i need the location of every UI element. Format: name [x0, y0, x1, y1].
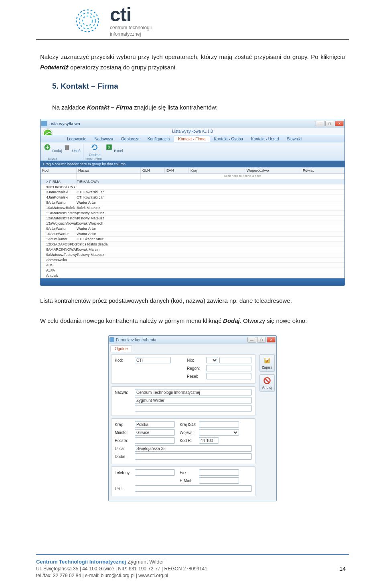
tab-konfiguracja[interactable]: Konfiguracja: [144, 136, 174, 142]
table-row[interactable]: Abramowska: [41, 258, 344, 263]
input-url[interactable]: [135, 485, 252, 492]
plus-icon: [43, 143, 51, 151]
input-ulica[interactable]: [135, 445, 252, 452]
group-kontakt: Telefony:Fax: E-Mail: URL:: [111, 466, 255, 496]
table-row[interactable]: 8ArturWarturWartur Artur: [41, 200, 344, 205]
tab-nadawcza[interactable]: Nadawcza: [90, 136, 117, 142]
excel-icon: X: [105, 143, 113, 151]
select-nip-prefix[interactable]: [206, 357, 218, 363]
select-wojew[interactable]: [199, 429, 239, 436]
input-regon[interactable]: [206, 365, 251, 371]
label-miasto: Miasto:: [115, 430, 135, 435]
table-row[interactable]: 8AMARCINNOWAKNowak Marcin: [41, 247, 344, 252]
heading-kontakt-firma: 5. Kontakt – Firma: [52, 82, 345, 91]
input-nazwa-1[interactable]: [135, 389, 252, 395]
save-button[interactable]: Zapisz: [259, 354, 275, 372]
group-nazwa: Nazwa:: [111, 386, 255, 416]
close-button[interactable]: ✕: [267, 337, 276, 343]
table-row[interactable]: 13aWojciechNowakNowak Wojciech: [41, 221, 344, 226]
ribbon-toolbar: Dodaj Usuń Optima X Excel Edycja Import …: [41, 142, 344, 161]
col-ean[interactable]: EAN: [165, 168, 189, 173]
label-pesel: Pesel:: [187, 374, 206, 379]
col-kraj[interactable]: Kraj: [189, 168, 245, 173]
table-row[interactable]: 12DSADAFDSFDSfdsfds fdsfds dsada: [41, 242, 344, 247]
table-row[interactable]: !NIEOKREŚLONY!: [41, 185, 344, 190]
input-nip[interactable]: [219, 357, 251, 363]
minimize-button[interactable]: —: [247, 337, 256, 343]
tab-kontakt-osoba[interactable]: Kontakt - Osoba: [210, 136, 247, 142]
col-gln[interactable]: GLN: [141, 168, 165, 173]
tab-logowanie[interactable]: Logowanie: [63, 136, 90, 142]
label-poczta: Poczta:: [115, 438, 135, 443]
form-titlebar: Formularz kontrahenta — ▢ ✕: [109, 336, 276, 344]
table-row[interactable]: 9ArturWarturWartur Artur: [41, 226, 344, 231]
toolbar-excel[interactable]: X Excel: [104, 143, 124, 160]
input-krajiso[interactable]: [199, 421, 239, 428]
tab-kontakt-firma[interactable]: Kontakt - Firma: [174, 136, 210, 142]
paragraph-1: Należy zaznaczyć przyciski wyboru przy t…: [40, 52, 345, 72]
table-row[interactable]: 1ArturSkanerCTI Skaner Artur: [41, 237, 344, 242]
input-pesel[interactable]: [206, 373, 251, 379]
table-row[interactable]: 10aMateuszBolekBolek Mateusz: [41, 205, 344, 211]
svg-line-10: [265, 379, 269, 383]
table-row[interactable]: 11aMateuszTestowyTestowy Mateusz: [41, 211, 344, 216]
footer-line-1: Centrum Technologii Informatycznej Zygmu…: [36, 558, 349, 566]
table-row[interactable]: 10ArturWarturWartur Artur: [41, 231, 344, 237]
table-row[interactable]: ADS: [41, 263, 344, 268]
paragraph-3: W celu dodania nowego kontrahenta należy…: [40, 316, 345, 326]
footer-line-2: Ul. Świętojańska 35 | 44-100 Gliwice | N…: [36, 566, 349, 572]
table-row[interactable]: 9aMateuszTestowyTestowy Mateusz: [41, 252, 344, 258]
group-ident: Kod: Nip: Regon: Pesel:: [111, 354, 255, 384]
form-window-buttons: — ▢ ✕: [247, 337, 276, 343]
close-button[interactable]: ✕: [335, 121, 344, 126]
table-row[interactable]: 12aMateuszTestowyTestowy Mateusz: [41, 216, 344, 221]
input-miasto[interactable]: [135, 429, 175, 436]
minimize-button[interactable]: —: [316, 121, 324, 126]
maximize-button[interactable]: ▢: [325, 121, 334, 126]
table-row[interactable]: 3JanKowalskiCTI Kowalski Jan: [41, 190, 344, 195]
input-kod[interactable]: [135, 357, 171, 363]
form-body: Kod: Nip: Regon: Pesel: Nazwa:: [109, 352, 276, 501]
toolbar-usun[interactable]: Usuń: [62, 143, 81, 160]
grid-filter-row[interactable]: Click here to define a filter: [41, 174, 344, 179]
brand-subtitle-2: informatycznej: [110, 31, 152, 37]
tab-kontakt-urzad[interactable]: Kontakt - Urząd: [247, 136, 283, 142]
table-row[interactable]: Antosik: [41, 273, 344, 278]
table-row[interactable]: > FIRMAFIRMANOWA: [41, 179, 344, 185]
refresh-icon: [91, 143, 99, 151]
input-fax[interactable]: [199, 469, 239, 476]
cancel-icon: [263, 377, 271, 385]
label-krajiso: Kraj ISO:: [180, 422, 199, 427]
label-telefony: Telefony:: [115, 470, 135, 475]
tab-slowniki[interactable]: Słowniki: [283, 136, 306, 142]
brand-name: cti: [110, 6, 152, 24]
maximize-button[interactable]: ▢: [257, 337, 266, 343]
input-telefony[interactable]: [135, 469, 175, 476]
logo-text: cti centrum technologii informatycznej: [110, 6, 152, 37]
horizontal-scrollbar[interactable]: [41, 278, 344, 286]
label-url: URL:: [115, 487, 135, 491]
col-powiat[interactable]: Powiat: [301, 168, 344, 173]
label-fax: Fax:: [180, 470, 199, 475]
cancel-button[interactable]: Anuluj: [259, 374, 275, 392]
input-email[interactable]: [199, 477, 239, 484]
table-row[interactable]: ALFA: [41, 268, 344, 273]
grid-body: > FIRMAFIRMANOWA!NIEOKREŚLONY!3JanKowals…: [41, 179, 344, 278]
label-kod: Kod:: [115, 358, 135, 363]
input-dodat[interactable]: [135, 453, 252, 460]
col-kod[interactable]: Kod: [41, 168, 77, 173]
page-footer: Centrum Technologii Informatycznej Zygmu…: [36, 554, 349, 579]
input-nazwa-2[interactable]: [135, 397, 252, 403]
form-tab-ogolne[interactable]: Ogólne: [110, 345, 132, 352]
input-kodp[interactable]: [199, 437, 219, 444]
col-nazwa[interactable]: Nazwa: [77, 168, 141, 173]
input-poczta[interactable]: [135, 437, 175, 444]
cti-logo-icon: [72, 6, 103, 36]
table-row[interactable]: 4JanKowalskiCTI Kowalski Jan: [41, 195, 344, 200]
input-kraj[interactable]: [135, 421, 175, 428]
label-nip: Nip:: [187, 358, 206, 363]
toolbar-group-import: Import Firm: [85, 157, 102, 160]
input-nazwa-3[interactable]: [135, 405, 252, 412]
tab-odbiorcza[interactable]: Odbiorcza: [117, 136, 144, 142]
col-wojewodztwo[interactable]: Województwo: [245, 168, 301, 173]
